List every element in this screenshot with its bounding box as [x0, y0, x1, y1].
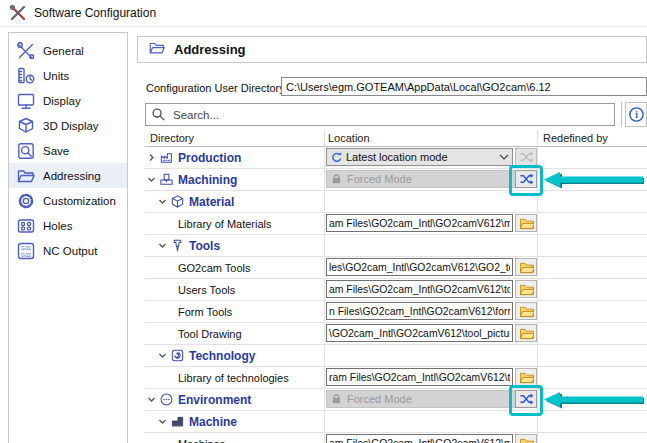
- cube-3d-icon: [16, 116, 36, 136]
- tree-node-environment[interactable]: Environment: [145, 389, 325, 410]
- redefined-by-cell: [538, 301, 647, 322]
- forced-mode-bar: Forced Mode: [326, 170, 537, 188]
- table-row: Library of Materials: [145, 213, 647, 235]
- redefined-by-cell: [538, 191, 647, 212]
- tree-leaf-label: Form Tools: [178, 306, 232, 318]
- redefined-by-cell: [538, 411, 647, 432]
- browse-folder-button[interactable]: [515, 258, 537, 276]
- units-icon: [16, 66, 36, 86]
- chevron-down-icon: [499, 154, 509, 160]
- location-cell: [325, 345, 538, 366]
- table-row: Library of technologies: [145, 367, 647, 389]
- browse-folder-button[interactable]: [515, 368, 537, 386]
- info-icon: i: [628, 106, 645, 123]
- tree-leaf-library-of-materials[interactable]: Library of Materials: [145, 213, 325, 234]
- table-row: Machine: [145, 411, 647, 433]
- lock-icon: [331, 173, 342, 185]
- tree-leaf-form-tools[interactable]: Form Tools: [145, 301, 325, 322]
- browse-folder-button[interactable]: [515, 324, 537, 342]
- forced-mode-label: Forced Mode: [347, 173, 412, 185]
- sidebar-item-3d-display[interactable]: 3D Display: [9, 113, 127, 138]
- path-field[interactable]: [326, 324, 513, 342]
- window-title: Software Configuration: [34, 6, 156, 20]
- display-icon: [16, 91, 36, 111]
- path-field[interactable]: [326, 302, 513, 320]
- annotation-arrow-icon: [544, 391, 645, 409]
- folder-icon: [519, 217, 534, 230]
- tree-leaf-go2cam-tools[interactable]: GO2cam Tools: [145, 257, 325, 278]
- browse-folder-button[interactable]: [515, 214, 537, 232]
- path-field[interactable]: [326, 258, 513, 276]
- addressing-folder-icon: [16, 166, 36, 186]
- sidebar-item-nc-output[interactable]: G01G02 NC Output: [9, 238, 127, 263]
- search-icon: [151, 107, 166, 122]
- dropdown-value: Latest location mode: [346, 151, 448, 163]
- tree-leaf-label: Library of technologies: [178, 372, 289, 384]
- tree-node-machine[interactable]: Machine: [145, 411, 325, 432]
- chevron-right-icon[interactable]: [147, 153, 156, 162]
- tree-node-machining[interactable]: Machining: [145, 169, 325, 190]
- chevron-down-icon[interactable]: [158, 417, 167, 426]
- refresh-icon: [330, 151, 342, 163]
- sidebar-item-general[interactable]: General: [9, 38, 127, 63]
- column-header-location[interactable]: Location: [325, 130, 538, 146]
- tree-node-tools[interactable]: Tools: [145, 235, 325, 256]
- tree-node-material[interactable]: Material: [145, 191, 325, 212]
- sidebar-item-save[interactable]: Save: [9, 138, 127, 163]
- title-bar: Software Configuration: [0, 0, 647, 27]
- tree-node-production[interactable]: Production: [145, 147, 325, 168]
- chevron-down-icon[interactable]: [158, 351, 167, 360]
- tree-leaf-library-of-technologies[interactable]: Library of technologies: [145, 367, 325, 388]
- folder-icon: [519, 437, 534, 443]
- chevron-down-icon[interactable]: [147, 175, 156, 184]
- chevron-down-icon[interactable]: [147, 395, 156, 404]
- tree-leaf-label: Machines: [178, 438, 225, 443]
- sidebar-item-units[interactable]: Units: [9, 63, 127, 88]
- column-header-redefined-by[interactable]: Redefined by: [538, 130, 647, 146]
- svg-text:i: i: [635, 110, 638, 120]
- material-cube-icon: [170, 194, 185, 209]
- table-row: Tool Drawing: [145, 323, 647, 345]
- tree-leaf-label: Tool Drawing: [178, 328, 242, 340]
- redefined-by-cell: [538, 323, 647, 344]
- path-field[interactable]: [326, 368, 513, 386]
- browse-folder-button[interactable]: [515, 434, 537, 443]
- path-field[interactable]: [326, 214, 513, 232]
- sidebar-item-label: Save: [43, 145, 69, 157]
- table-row: Technology: [145, 345, 647, 367]
- location-cell: [325, 367, 538, 388]
- tree-node-technology[interactable]: Technology: [145, 345, 325, 366]
- tree-leaf-tool-drawing[interactable]: Tool Drawing: [145, 323, 325, 344]
- shuffle-button[interactable]: [515, 170, 537, 188]
- svg-text:G02: G02: [21, 251, 31, 257]
- column-header-directory[interactable]: Directory: [145, 130, 325, 146]
- redefined-by-cell: [538, 257, 647, 278]
- info-button[interactable]: i: [625, 102, 647, 127]
- tree-leaf-machines[interactable]: Machines: [145, 433, 325, 443]
- shuffle-button[interactable]: [515, 390, 537, 408]
- chevron-down-icon[interactable]: [158, 197, 167, 206]
- path-field[interactable]: [326, 434, 513, 443]
- tree-leaf-users-tools[interactable]: Users Tools: [145, 279, 325, 300]
- path-field[interactable]: [326, 280, 513, 298]
- location-cell: [325, 279, 538, 300]
- sidebar-item-customization[interactable]: Customization: [9, 188, 127, 213]
- tree-node-label: Technology: [189, 349, 255, 363]
- location-mode-dropdown[interactable]: Latest location mode: [326, 148, 513, 166]
- folder-icon: [519, 327, 534, 340]
- sidebar-item-label: General: [43, 45, 84, 57]
- sidebar-item-display[interactable]: Display: [9, 88, 127, 113]
- sidebar-item-addressing[interactable]: Addressing: [9, 163, 127, 188]
- crossed-tools-app-icon: [9, 4, 27, 22]
- tree-node-label: Environment: [178, 393, 251, 407]
- search-input[interactable]: [171, 108, 614, 122]
- table-row: Form Tools: [145, 301, 647, 323]
- sidebar-item-label: 3D Display: [43, 120, 99, 132]
- config-user-directory-field[interactable]: [281, 77, 647, 96]
- table-row: Production Latest location mode: [145, 147, 647, 169]
- browse-folder-button[interactable]: [515, 302, 537, 320]
- sidebar-item-holes[interactable]: Holes: [9, 213, 127, 238]
- chevron-down-icon[interactable]: [158, 241, 167, 250]
- table-row: Machining Forced Mode: [145, 169, 647, 191]
- browse-folder-button[interactable]: [515, 280, 537, 298]
